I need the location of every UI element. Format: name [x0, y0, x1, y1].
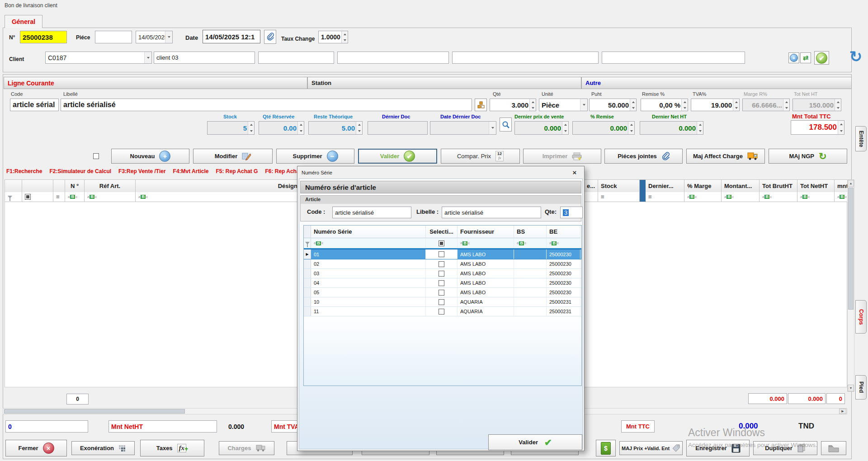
serial-row[interactable]: 10AQUARIA25000231: [304, 297, 581, 307]
date-dernier-doc-combo[interactable]: [430, 121, 496, 135]
tab-pied[interactable]: Pied: [855, 375, 867, 400]
client-name-field[interactable]: client 03: [154, 52, 255, 64]
spinner-arrows-icon[interactable]: [733, 99, 739, 111]
date-input[interactable]: 14/05/2025 12:1: [203, 30, 260, 43]
refresh-client-button[interactable]: ⇄: [800, 52, 811, 63]
serial-col-selection[interactable]: Selecti...: [426, 226, 458, 238]
select-cell[interactable]: [426, 269, 458, 278]
vscroll-thumb[interactable]: [848, 188, 854, 310]
grid-col-header-9[interactable]: [640, 180, 646, 193]
grid-col-header-3[interactable]: N °: [65, 180, 85, 193]
maj-ngp-button[interactable]: MAj NGP↻: [769, 149, 847, 164]
filter-cell[interactable]: [304, 238, 311, 248]
serial-row[interactable]: 02AMS LABO25000230: [304, 259, 581, 269]
select-cell[interactable]: [426, 288, 458, 297]
hscroll-right-arrow[interactable]: ▶: [839, 409, 846, 414]
grid-col-header-14[interactable]: Tot NetHT: [797, 180, 835, 193]
client-extra-field-1[interactable]: [258, 52, 334, 64]
filter-cell[interactable]: aBc: [547, 238, 580, 248]
maj-prix-button[interactable]: MAJ Prix +Valid. Ent: [619, 441, 683, 455]
exoneration-button[interactable]: Exonération: [71, 441, 135, 455]
serial-col-be[interactable]: BE: [547, 226, 580, 238]
qte-input[interactable]: 3.000: [490, 99, 536, 111]
serial-row[interactable]: 03AMS LABO25000230: [304, 269, 581, 278]
grid-col-header-2[interactable]: [53, 180, 65, 193]
grid-filter-cell-3[interactable]: aBc: [65, 192, 85, 202]
dialog-titlebar[interactable]: Numéro Série ×: [297, 166, 584, 179]
grid-col-header-12[interactable]: Montant...: [722, 180, 760, 193]
filter-cell[interactable]: aBc: [458, 238, 514, 248]
sync-button[interactable]: ↻: [846, 47, 865, 66]
toolbar-checkbox[interactable]: [93, 153, 99, 159]
grid-filter-cell-12[interactable]: aBc: [722, 192, 760, 202]
autre-header[interactable]: Autre: [581, 77, 852, 89]
serial-row[interactable]: 05AMS LABO25000230: [304, 288, 581, 297]
serial-col-fournisseur[interactable]: Fournisseur: [458, 226, 514, 238]
vertical-scrollbar[interactable]: ▲ ▼: [847, 179, 854, 392]
row-checkbox[interactable]: [439, 271, 444, 277]
client-code-combo[interactable]: C0187: [45, 52, 152, 64]
grid-filter-cell-9[interactable]: [640, 192, 646, 202]
tva-input[interactable]: 19.000: [691, 99, 740, 111]
row-checkbox[interactable]: [439, 280, 444, 286]
grid-filter-cell-5[interactable]: aBc: [136, 192, 312, 202]
hscroll-thumb[interactable]: [4, 409, 185, 414]
valider-button[interactable]: Valider✔: [358, 149, 437, 164]
row-checkbox[interactable]: [439, 261, 444, 267]
maj-affect-charge-button[interactable]: Maj Affect Charge: [686, 149, 765, 164]
grid-col-header-11[interactable]: % Marge: [684, 180, 722, 193]
tab-corps[interactable]: Corps: [855, 300, 867, 334]
grid-col-header-5[interactable]: Désignati...: [136, 180, 312, 193]
grid-filter-cell-14[interactable]: aBc: [797, 192, 835, 202]
enregistrer-button[interactable]: Enregistrer: [686, 440, 750, 456]
grid-col-header-4[interactable]: Réf Art.: [85, 180, 136, 193]
nouveau-button[interactable]: Nouveau+: [111, 149, 189, 164]
vscroll-up-arrow[interactable]: ▲: [848, 180, 854, 187]
num-input[interactable]: 25000238: [20, 31, 67, 43]
modifier-button[interactable]: Modifier: [193, 149, 273, 164]
select-cell[interactable]: [426, 307, 458, 316]
grid-col-header-13[interactable]: Tot BrutHT: [760, 180, 797, 193]
grid-col-header-1[interactable]: [22, 180, 53, 193]
row-checkbox[interactable]: [439, 290, 444, 296]
dropdown-arrow-icon[interactable]: [165, 31, 172, 43]
spinner-arrows-icon[interactable]: [681, 99, 688, 111]
filter-cell[interactable]: [426, 238, 458, 248]
puht-input[interactable]: 50.000: [589, 99, 637, 111]
spinner-arrows-icon[interactable]: [630, 99, 636, 111]
filter-cell[interactable]: aBc: [514, 238, 547, 248]
vscroll-down-arrow[interactable]: ▼: [848, 385, 854, 391]
dupliquer-button[interactable]: Dupliquer: [753, 441, 817, 455]
client-extra-field-3[interactable]: [452, 52, 599, 64]
spinner-arrows-icon[interactable]: [341, 31, 348, 43]
article-blocks-button[interactable]: [475, 99, 487, 111]
grid-filter-cell-4[interactable]: aBc: [85, 192, 136, 202]
grid-filter-cell-8[interactable]: =: [598, 192, 640, 202]
dollar-book-button[interactable]: $: [596, 440, 616, 456]
dropdown-arrow-icon[interactable]: [144, 52, 151, 63]
grid-col-header-0[interactable]: [5, 180, 22, 193]
select-cell[interactable]: [426, 297, 458, 306]
client-extra-field-4[interactable]: [602, 52, 745, 64]
grid-filter-cell-0[interactable]: [5, 192, 22, 202]
taux-change-input[interactable]: 1.0000: [318, 31, 348, 43]
modal-libelle-input[interactable]: article sérialisé: [442, 207, 541, 218]
pieces-jointes-button[interactable]: Piéces jointes: [604, 149, 683, 164]
attachment-button[interactable]: [264, 30, 276, 44]
modal-valider-button[interactable]: Valider ✔: [488, 434, 582, 450]
grid-filter-cell-11[interactable]: aBc: [684, 192, 722, 202]
serial-row[interactable]: ▶01AMS LABO25000230: [304, 249, 581, 259]
modal-qte-input[interactable]: 3: [560, 207, 583, 218]
row-checkbox[interactable]: [439, 309, 444, 315]
taxes-button[interactable]: Taxesfx+: [140, 440, 204, 456]
client-extra-field-2[interactable]: [337, 52, 449, 64]
tab-general[interactable]: Géneral: [5, 15, 42, 28]
unite-combo[interactable]: Pièce: [539, 99, 588, 111]
date-short-combo[interactable]: 14/05/2025: [136, 31, 173, 43]
libelle-input[interactable]: article sérialisé: [61, 99, 472, 111]
serial-row[interactable]: 11AQUARIA25000231: [304, 307, 581, 316]
add-client-button[interactable]: +: [788, 52, 799, 63]
tab-entete[interactable]: Entête: [855, 126, 867, 151]
search-article-button[interactable]: [500, 118, 512, 132]
serial-col-numero[interactable]: Numéro Série: [311, 226, 426, 238]
